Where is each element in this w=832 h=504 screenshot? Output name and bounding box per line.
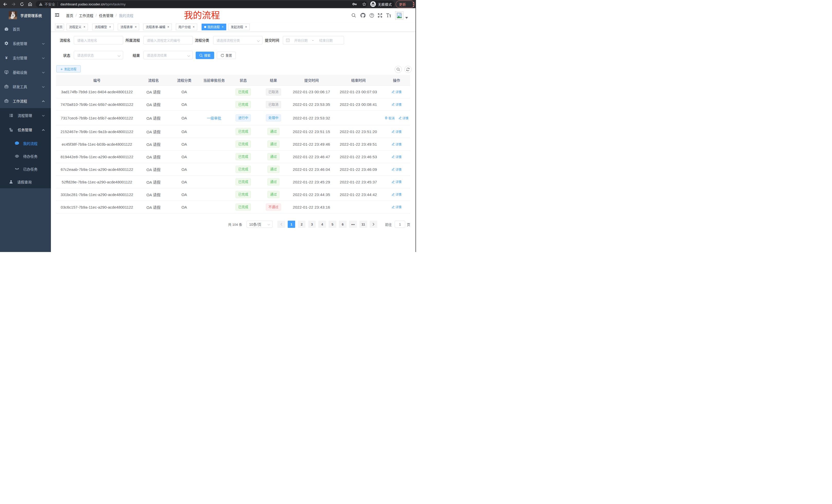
svg-text:¥: ¥ xyxy=(5,56,8,60)
